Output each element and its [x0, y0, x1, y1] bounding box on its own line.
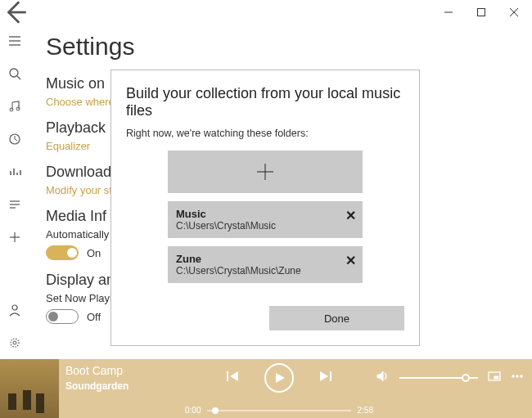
- display-toggle-label: Off: [87, 311, 101, 323]
- svg-point-40: [521, 375, 523, 378]
- page-title: Settings: [46, 33, 516, 61]
- settings-icon[interactable]: [0, 326, 29, 359]
- player-bar: Boot Camp Soundgarden 0:00 2:58: [0, 359, 532, 418]
- playlist-icon[interactable]: [0, 188, 29, 221]
- svg-point-38: [512, 375, 515, 378]
- folder-item[interactable]: Zune C:\Users\Crystal\Music\Zune ✕: [168, 246, 363, 283]
- svg-marker-31: [230, 371, 238, 381]
- folder-path: C:\Users\Crystal\Music: [176, 220, 354, 231]
- recent-icon[interactable]: [0, 123, 29, 155]
- hamburger-icon[interactable]: [0, 25, 29, 57]
- media-info-toggle-label: On: [87, 247, 101, 259]
- folders-dialog: Build your collection from your local mu…: [110, 70, 420, 346]
- titlebar: [0, 0, 532, 25]
- now-playing-icon[interactable]: [0, 155, 29, 188]
- folder-path: C:\Users\Crystal\Music\Zune: [176, 265, 354, 276]
- svg-rect-30: [227, 371, 228, 381]
- svg-marker-33: [320, 371, 328, 381]
- minimize-button[interactable]: [432, 0, 465, 25]
- sidebar: [0, 25, 29, 359]
- next-button[interactable]: [318, 369, 333, 387]
- svg-rect-37: [494, 376, 498, 379]
- miniplayer-icon[interactable]: [488, 370, 501, 386]
- svg-point-8: [10, 69, 18, 77]
- maximize-button[interactable]: [465, 0, 498, 25]
- time-duration: 2:58: [358, 406, 373, 415]
- add-icon[interactable]: [0, 221, 29, 254]
- time-elapsed: 0:00: [185, 406, 201, 415]
- dialog-title: Build your collection from your local mu…: [126, 85, 404, 119]
- media-info-toggle[interactable]: [46, 245, 79, 260]
- volume-slider[interactable]: [399, 377, 478, 379]
- play-button[interactable]: [264, 363, 294, 393]
- remove-folder-icon[interactable]: ✕: [345, 208, 356, 223]
- track-artist: Soundgarden: [65, 380, 175, 392]
- svg-marker-35: [377, 371, 383, 381]
- plus-icon: [256, 163, 274, 181]
- music-note-icon[interactable]: [0, 90, 29, 123]
- previous-button[interactable]: [225, 369, 240, 387]
- svg-point-39: [516, 375, 519, 378]
- album-art[interactable]: [0, 359, 59, 418]
- svg-rect-2: [478, 9, 485, 16]
- svg-point-26: [11, 339, 19, 347]
- volume-icon[interactable]: [376, 370, 390, 386]
- folder-name: Music: [176, 208, 354, 220]
- back-button[interactable]: [2, 0, 29, 25]
- svg-line-15: [15, 139, 17, 141]
- progress-bar[interactable]: 0:00 2:58: [182, 406, 376, 415]
- svg-line-9: [17, 76, 20, 79]
- close-button[interactable]: [498, 0, 530, 25]
- track-title: Boot Camp: [65, 364, 175, 377]
- done-button[interactable]: Done: [269, 306, 404, 330]
- dialog-subtitle: Right now, we're watching these folders:: [126, 128, 404, 139]
- svg-point-25: [12, 305, 17, 310]
- folder-name: Zune: [176, 253, 354, 265]
- more-icon[interactable]: [511, 370, 524, 386]
- svg-point-27: [13, 341, 16, 344]
- add-folder-button[interactable]: [168, 151, 363, 193]
- folder-item[interactable]: Music C:\Users\Crystal\Music ✕: [168, 201, 363, 238]
- svg-marker-32: [276, 373, 285, 383]
- svg-rect-34: [330, 371, 331, 381]
- track-info: Boot Camp Soundgarden: [59, 359, 182, 418]
- remove-folder-icon[interactable]: ✕: [345, 253, 356, 268]
- display-toggle[interactable]: [46, 309, 79, 324]
- search-icon[interactable]: [0, 57, 29, 90]
- account-icon[interactable]: [0, 294, 29, 326]
